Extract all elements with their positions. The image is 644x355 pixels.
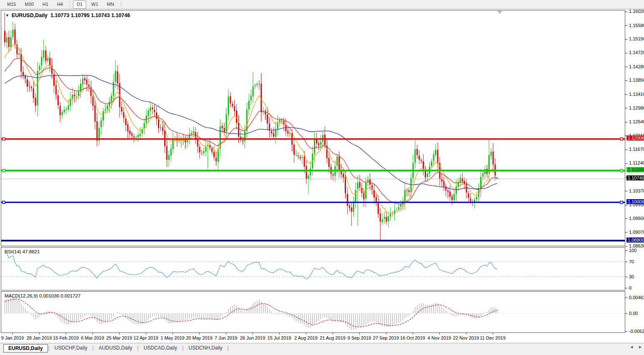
price-badge: 1.12006 [626,135,644,140]
date-axis: 9 Jan 201928 Jan 201915 Feb 20196 Mar 20… [1,333,625,343]
tf-button-h1[interactable]: H1 [39,0,52,9]
rsi-tick-mark [625,250,627,251]
toolbar-separator [70,1,70,8]
last-bar-marker-icon [497,11,502,14]
tf-button-m30[interactable]: M30 [21,0,37,9]
price-badge: 1.10746 [626,175,644,180]
date-tick-mark [253,333,253,335]
chart-tab-eurusd[interactable]: EURUSD,Daily [3,344,48,352]
tab-separator: | [227,344,229,352]
chart-tab-audusd[interactable]: AUDUSD,Daily [94,344,137,352]
price-tick-mark [625,39,627,40]
date-tick-label: 11 Dec 2019 [480,335,506,340]
symbol-dropdown-icon[interactable]: ▼ [5,13,9,18]
price-tick-mark [625,218,627,219]
hline-handle[interactable] [620,138,623,140]
price-tick-mark [625,150,627,150]
hline-handle[interactable] [620,201,623,204]
macd-tick-mark [625,331,627,332]
date-tick-mark [13,333,13,335]
date-tick-label: 27 Sep 2019 [373,335,399,340]
date-tick-mark [146,333,146,335]
hline-handle[interactable] [3,201,5,204]
macd-tick-mark [625,298,627,298]
hline-handle[interactable] [620,169,623,172]
price-badge: 1.08800 [626,238,644,242]
date-tick-label: 9 Sep 2019 [348,335,371,340]
hline-handle[interactable] [3,169,5,172]
date-tick-mark [173,333,173,335]
date-tick-label: 26 Jun 2019 [240,335,266,340]
symbol-tab-bar: EURUSD,Daily|USDCHF,Daily|AUDUSD,Daily|U… [0,343,644,355]
hline-1.12006[interactable] [1,138,625,140]
tf-button-h4[interactable]: H4 [53,0,67,9]
rsi-tick-mark [625,262,627,262]
tf-button-w1[interactable]: W1 [88,0,102,9]
date-tick-label: 25 Mar 2019 [106,335,132,340]
date-tick-label: 16 Oct 2019 [400,335,425,340]
rsi-panel[interactable]: RSI(14) 47.8821 [1,247,625,290]
hline-1.10008[interactable] [1,201,625,204]
tab-scroll-left-icon[interactable]: ◄ [629,345,634,349]
tf-button-m15[interactable]: M15 [3,0,20,9]
date-tick-label: 1 May 2019 [160,335,184,340]
tab-scroll-arrows: ◄► [629,345,642,349]
macd-label: MACD(12,26,9) 0.001036 0.001727 [5,293,80,298]
macd-tick-label: 0.00463 [629,295,644,300]
date-tick-mark [93,333,93,335]
rsi-label: RSI(14) 47.8821 [5,249,40,254]
price-tick-mark [625,53,627,53]
macd-canvas [1,292,625,332]
date-tick-mark [359,333,360,335]
tf-button-d1[interactable]: D1 [73,0,86,9]
price-chart-canvas[interactable] [1,10,625,246]
price-tick-mark [625,94,627,95]
date-tick-mark [306,333,306,335]
date-tick-mark [466,333,466,335]
tab-scroll-right-icon[interactable]: ► [638,345,642,349]
date-tick-label: 20 May 2019 [186,335,213,340]
price-tick-label: 1.09070 [629,230,644,235]
price-tick-label: 1.15580 [629,23,644,28]
chart-ohlc-values: 1.10773 1.10795 1.10743 1.10746 [50,12,130,18]
rsi-canvas [1,248,625,290]
price-tick-mark [625,108,627,108]
price-tick-label: 1.14720 [629,50,644,55]
price-tick-mark [625,246,627,247]
price-badge: 1.10008 [626,199,644,204]
price-tick-label: 1.16020 [629,9,644,14]
chart-tab-usdchf[interactable]: USDCHF,Daily [50,344,92,352]
main-chart-panel[interactable]: ▼EURUSD,Daily 1.10773 1.10795 1.10743 1.… [1,10,625,246]
price-badge: 1.11009 [626,167,644,172]
macd-tick-mark [625,313,627,314]
rsi-tick-label: 0 [629,285,631,290]
macd-panel[interactable]: MACD(12,26,9) 0.001036 0.001727 [1,291,625,333]
toolbar-separator [121,1,121,8]
date-tick-mark [493,333,493,335]
hline-1.11009[interactable] [1,169,625,172]
hline-handle[interactable] [3,138,5,140]
tf-button-mn[interactable]: MN [103,0,118,9]
chart-title: ▼EURUSD,Daily 1.10773 1.10795 1.10743 1.… [5,12,130,18]
date-tick-mark [333,333,333,335]
price-tick-mark [625,205,627,205]
date-tick-mark [413,333,413,335]
date-tick-label: 6 Mar 2019 [81,335,104,340]
price-tick-label: 1.10370 [629,188,644,193]
date-tick-mark [66,333,66,335]
date-tick-label: 21 Aug 2019 [320,335,346,340]
rsi-tick-label: 70 [629,259,634,264]
chart-tab-usdcad[interactable]: USDCAD,Daily [139,344,182,352]
price-tick-mark [625,232,627,232]
price-tick-mark [625,67,627,67]
date-tick-label: 22 Nov 2019 [453,335,479,340]
date-tick-label: 2 Aug 2019 [294,335,318,340]
chart-symbol-label: EURUSD,Daily [12,12,48,18]
date-tick-mark [279,333,280,335]
chart-tab-usdcnh[interactable]: USDCNH,Daily [184,344,227,352]
rsi-tick-mark [625,277,627,277]
rsi-tick-label: 30 [629,274,634,279]
date-tick-mark [226,333,226,335]
date-tick-mark [199,333,200,335]
date-tick-mark [119,333,120,335]
